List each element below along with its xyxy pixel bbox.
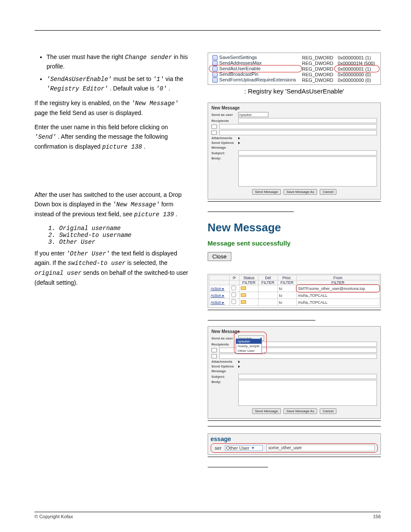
body-textarea[interactable] — [238, 380, 377, 406]
footer-copyright: © Copyright Kofax — [34, 514, 73, 519]
left-column: The user must have the right Change send… — [34, 53, 190, 469]
registry-row: SendAddressesMaxREG_DWORD0x000001f4 (500… — [211, 60, 378, 66]
reg-value-icon — [212, 66, 218, 72]
recipient-field[interactable] — [219, 354, 377, 359]
subject-input[interactable] — [238, 150, 377, 156]
bullet-change-sender: The user must have the right Change send… — [47, 53, 190, 71]
new-message-screenshot-2: New Message Send as user hpauker▼ hpauke… — [208, 326, 381, 419]
dropdown-option[interactable]: hpauker — [236, 339, 262, 344]
filter-cell[interactable]: FILTER — [240, 280, 258, 285]
window-title: New Message — [212, 106, 377, 110]
table-row: Action ▸toSMTP,some_other_user@montona.t… — [209, 285, 379, 292]
cropped-other-user-screenshot: essage ser Other User ▼ some_other_user — [208, 433, 381, 455]
list-item: 3. Other User — [48, 239, 190, 246]
subject-input[interactable] — [238, 374, 377, 379]
para-send-confirmation: Enter the user name in this field before… — [34, 123, 190, 152]
col-del: Del — [258, 276, 277, 280]
recipient-field[interactable] — [219, 130, 377, 135]
label-subject: Subject: — [212, 375, 236, 379]
para-other-user: If you enter 'Other User' the text field… — [34, 249, 190, 288]
addrbook-icon[interactable] — [212, 354, 217, 358]
registry-row: SendAsUserEnableREG_DWORD0x00000001 (1) — [211, 66, 378, 72]
figure-caption-line — [208, 314, 315, 320]
dropdown-option[interactable]: howdy_simple — [236, 344, 262, 348]
other-user-input[interactable]: some_other_user — [266, 445, 375, 451]
action-link[interactable]: Action ▸ — [211, 300, 225, 305]
table-row: Action ▸tomuha,,TOPCALL — [209, 292, 379, 299]
cancel-button[interactable]: Cancel — [320, 408, 336, 414]
body-textarea[interactable] — [238, 156, 377, 187]
registry-caption: : Registry key 'SendAsUserEnable' — [208, 87, 381, 95]
label-partial-ser: ser — [214, 445, 221, 451]
para-dropdown-intro: After the user has switched to the user … — [34, 190, 190, 219]
cancel-button[interactable]: Cancel — [320, 189, 336, 195]
envelope-icon — [241, 293, 246, 297]
save-message-as-button[interactable]: Save Message As — [283, 408, 317, 414]
page-heading: New Message — [208, 221, 381, 234]
row-checkbox[interactable] — [231, 300, 236, 304]
expand-icon[interactable] — [238, 137, 240, 140]
em-change-sender: Change sender — [125, 54, 172, 61]
registry-row: SaveSentSettingsREG_DWORD0x00000001 (1) — [211, 55, 378, 60]
send-message-button[interactable]: Send Message — [252, 408, 281, 414]
row-checkbox[interactable] — [231, 286, 236, 290]
heading-partial: essage — [211, 436, 378, 442]
envelope-icon — [241, 300, 246, 304]
message-sent-block: New Message Message sent successfully Cl… — [208, 221, 381, 261]
label-subject: Subject: — [212, 151, 236, 155]
expand-icon[interactable] — [238, 365, 240, 368]
recipient-field[interactable] — [219, 124, 377, 129]
recipient-field[interactable] — [238, 118, 377, 123]
registry-screenshot: SaveSentSettingsREG_DWORD0x00000001 (1)S… — [208, 53, 381, 85]
new-message-screenshot-1: New Message Send as user hpauker Recipie… — [208, 103, 381, 199]
row-checkbox[interactable] — [231, 293, 236, 297]
label-attachments: Attachments — [212, 136, 236, 140]
figure-caption-line — [208, 461, 268, 467]
dropdown-option[interactable]: Other User — [236, 348, 262, 353]
send-as-user-input[interactable]: hpauker — [238, 112, 268, 117]
col-status: Status — [240, 276, 258, 280]
send-message-button[interactable]: Send Message — [252, 189, 281, 195]
from-cell: muha,,TOPCALL — [296, 299, 379, 306]
label-body: Body: — [212, 156, 236, 160]
refresh-icon[interactable]: ⟳ — [233, 276, 236, 280]
label-send-as-user: Send as user — [212, 113, 236, 117]
label-attachments: Attachments — [212, 360, 236, 364]
list-item: 1. Original username — [48, 225, 190, 232]
action-link[interactable]: Action ▸ — [211, 286, 225, 291]
label-message: Message — [212, 369, 236, 373]
addrbook-icon[interactable] — [212, 124, 217, 129]
addrbook-icon[interactable] — [212, 131, 217, 135]
filter-cell[interactable]: FILTER — [296, 280, 379, 285]
close-button[interactable]: Close — [208, 252, 231, 261]
outbox-table-screenshot: ⟳ Status Del Prior. From FILTER FILTER F… — [208, 274, 381, 308]
label-send-as-user: Send as user — [212, 336, 236, 340]
registry-row: SendFormUploadRequireExtensionsREG_DWORD… — [211, 77, 378, 83]
expand-icon[interactable] — [238, 142, 240, 144]
reg-value-icon — [212, 55, 218, 60]
action-link[interactable]: Action ▸ — [211, 293, 225, 298]
status-success: Message sent successfully — [208, 240, 381, 247]
from-cell: SMTP,some_other_user@montona.top — [296, 285, 379, 292]
from-cell: muha,,TOPCALL — [296, 292, 379, 299]
chevron-down-icon: ▼ — [251, 446, 255, 450]
right-column: SaveSentSettingsREG_DWORD0x00000001 (1)S… — [208, 53, 381, 469]
filter-cell[interactable]: FILTER — [277, 280, 296, 285]
col-from: From — [296, 276, 379, 280]
page-number: 156 — [373, 514, 381, 519]
label-recipients: Recipients — [212, 119, 236, 123]
label-recipients: Recipients — [212, 342, 236, 346]
page-footer: © Copyright Kofax 156 — [34, 512, 381, 519]
window-title: New Message — [212, 329, 377, 334]
filter-cell[interactable]: FILTER — [258, 280, 277, 285]
bullet-registry-key: 'SendAsUserEnable' must be set to '1' vi… — [47, 75, 190, 93]
expand-icon[interactable] — [238, 361, 240, 363]
label-body: Body: — [212, 380, 236, 384]
save-message-as-button[interactable]: Save Message As — [283, 189, 317, 195]
envelope-icon — [241, 286, 246, 290]
send-as-user-dropdown[interactable]: Other User ▼ — [225, 445, 263, 451]
reg-value-icon — [212, 61, 218, 66]
label-send-options: Send Options — [212, 141, 236, 145]
list-item: 2. Switched-to username — [48, 232, 190, 239]
addrbook-icon[interactable] — [212, 348, 217, 352]
